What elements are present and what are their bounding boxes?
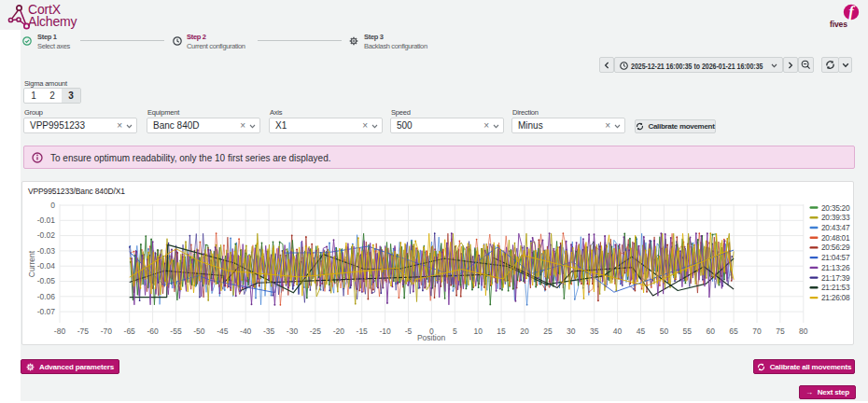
svg-text:-70: -70 bbox=[101, 327, 113, 336]
svg-text:Position: Position bbox=[417, 333, 446, 342]
svg-text:50: 50 bbox=[660, 327, 669, 336]
svg-text:20:43:47: 20:43:47 bbox=[821, 223, 850, 232]
svg-text:-45: -45 bbox=[217, 327, 229, 336]
svg-text:35: 35 bbox=[590, 327, 599, 336]
svg-text:21:04:57: 21:04:57 bbox=[821, 253, 850, 262]
svg-text:-60: -60 bbox=[147, 327, 159, 336]
svg-text:55: 55 bbox=[683, 327, 693, 336]
svg-text:60: 60 bbox=[706, 327, 715, 336]
svg-text:-75: -75 bbox=[77, 327, 90, 336]
svg-text:Current: Current bbox=[27, 250, 36, 277]
svg-text:20:56:29: 20:56:29 bbox=[821, 243, 850, 252]
svg-text:-0.07: -0.07 bbox=[37, 307, 56, 316]
svg-text:75: 75 bbox=[776, 327, 785, 336]
svg-text:65: 65 bbox=[729, 327, 738, 336]
svg-text:-0.04: -0.04 bbox=[37, 261, 56, 271]
svg-text:21:26:08: 21:26:08 bbox=[821, 293, 850, 302]
svg-text:21:13:26: 21:13:26 bbox=[821, 263, 850, 272]
svg-text:-15: -15 bbox=[357, 327, 369, 336]
svg-text:-5: -5 bbox=[405, 327, 413, 336]
svg-text:20: 20 bbox=[520, 327, 529, 336]
svg-text:20:35:20: 20:35:20 bbox=[821, 203, 850, 213]
svg-text:15: 15 bbox=[497, 327, 506, 336]
svg-text:-0.06: -0.06 bbox=[37, 292, 56, 301]
svg-text:5: 5 bbox=[453, 327, 457, 336]
svg-text:21:17:39: 21:17:39 bbox=[821, 273, 850, 283]
svg-text:-40: -40 bbox=[240, 327, 252, 336]
svg-text:-0.03: -0.03 bbox=[37, 246, 56, 256]
svg-text:-35: -35 bbox=[263, 327, 275, 336]
svg-text:-55: -55 bbox=[170, 327, 182, 336]
svg-text:40: 40 bbox=[613, 327, 623, 336]
svg-text:10: 10 bbox=[473, 327, 483, 336]
svg-text:45: 45 bbox=[637, 327, 646, 336]
svg-text:20:48:01: 20:48:01 bbox=[821, 233, 850, 243]
svg-text:-0.02: -0.02 bbox=[37, 230, 56, 240]
svg-text:20:39:33: 20:39:33 bbox=[821, 213, 850, 222]
svg-text:25: 25 bbox=[543, 327, 553, 336]
svg-text:-25: -25 bbox=[310, 327, 322, 336]
svg-text:-65: -65 bbox=[124, 327, 136, 336]
svg-text:fives: fives bbox=[830, 20, 847, 29]
svg-text:-0.05: -0.05 bbox=[37, 276, 56, 285]
svg-text:80: 80 bbox=[799, 327, 808, 336]
svg-text:-50: -50 bbox=[193, 327, 205, 336]
svg-text:70: 70 bbox=[752, 327, 762, 336]
svg-text:0: 0 bbox=[50, 201, 55, 210]
svg-text:-0.01: -0.01 bbox=[37, 215, 56, 225]
svg-text:21:21:53: 21:21:53 bbox=[821, 283, 850, 292]
svg-text:-80: -80 bbox=[54, 327, 66, 336]
svg-text:-30: -30 bbox=[287, 327, 299, 336]
svg-text:-20: -20 bbox=[333, 327, 345, 336]
svg-text:30: 30 bbox=[567, 327, 576, 336]
svg-text:-10: -10 bbox=[379, 327, 391, 336]
